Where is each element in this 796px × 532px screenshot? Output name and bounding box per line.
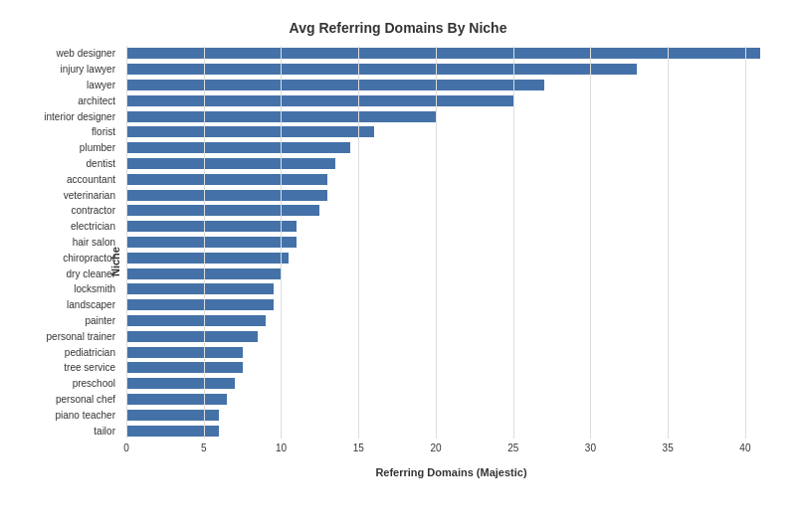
- chart-inner: web designerinjury lawyerlawyerarchitect…: [126, 46, 776, 478]
- bar: [126, 126, 374, 137]
- bar-label: chiropractor: [27, 253, 121, 264]
- bar: [126, 142, 350, 153]
- bar-track: [126, 297, 776, 313]
- bar-row: preschool: [126, 376, 776, 392]
- bar-label: veterinarian: [27, 190, 121, 201]
- bar-track: [126, 376, 776, 392]
- x-axis: 0510152025303540: [126, 443, 776, 462]
- bar: [126, 426, 219, 437]
- bar-row: landscaper: [126, 297, 776, 313]
- bar-row: interior designer: [126, 108, 776, 124]
- bar-label: interior designer: [27, 111, 121, 122]
- bar-label: piano teacher: [27, 410, 121, 421]
- bar: [126, 95, 513, 106]
- bar-track: [126, 78, 776, 93]
- bar: [126, 347, 243, 358]
- x-tick: 25: [507, 443, 518, 453]
- bar: [126, 205, 319, 216]
- bar-row: locksmith: [126, 281, 776, 297]
- bar-track: [126, 124, 776, 140]
- bar: [126, 237, 297, 248]
- bar-label: contractor: [27, 205, 121, 216]
- bar-label: lawyer: [27, 80, 121, 90]
- bar: [126, 253, 289, 264]
- bar-label: architect: [27, 95, 121, 106]
- bar-label: web designer: [27, 48, 121, 59]
- bar-track: [126, 407, 776, 423]
- bar-track: [126, 344, 776, 360]
- bar-row: hair salon: [126, 235, 776, 251]
- bar: [126, 48, 760, 59]
- bar-label: personal trainer: [27, 331, 121, 342]
- x-tick: 35: [663, 443, 674, 453]
- bar-track: [126, 46, 776, 62]
- x-axis-label: Referring Domains (Majestic): [126, 466, 776, 478]
- bar-track: [126, 313, 776, 329]
- bar-row: electrician: [126, 219, 776, 235]
- bar-label: landscaper: [27, 299, 121, 310]
- bar: [126, 362, 243, 373]
- bar-track: [126, 108, 776, 124]
- bar-row: veterinarian: [126, 187, 776, 203]
- bar-track: [126, 266, 776, 281]
- bar-row: lawyer: [126, 78, 776, 93]
- bar-row: web designer: [126, 46, 776, 62]
- bar-row: florist: [126, 124, 776, 140]
- chart-title: Avg Referring Domains By Niche: [20, 20, 776, 36]
- bar-track: [126, 187, 776, 203]
- bar-row: dry cleaner: [126, 266, 776, 281]
- bar-row: personal chef: [126, 392, 776, 408]
- bar: [126, 410, 219, 421]
- bar: [126, 174, 327, 185]
- bar-row: plumber: [126, 140, 776, 156]
- bar-row: pediatrician: [126, 344, 776, 360]
- x-tick: 40: [739, 443, 750, 453]
- bar: [126, 221, 297, 232]
- bar-label: plumber: [27, 142, 121, 153]
- bar-row: architect: [126, 92, 776, 108]
- bar-track: [126, 423, 776, 439]
- bar-track: [126, 281, 776, 297]
- bar-label: locksmith: [27, 283, 121, 294]
- bar-row: accountant: [126, 171, 776, 187]
- bar: [126, 158, 335, 169]
- x-tick: 20: [430, 443, 441, 453]
- bar: [126, 315, 266, 326]
- bar-label: dry cleaner: [27, 268, 121, 279]
- x-tick: 10: [276, 443, 287, 453]
- bar-label: personal chef: [27, 394, 121, 405]
- bar: [126, 190, 327, 201]
- bar: [126, 111, 436, 122]
- bar: [126, 378, 235, 389]
- bar-track: [126, 250, 776, 266]
- x-tick: 0: [123, 443, 129, 453]
- bar-row: tree service: [126, 360, 776, 376]
- bar: [126, 64, 637, 75]
- bar-label: hair salon: [27, 237, 121, 248]
- bar-row: painter: [126, 313, 776, 329]
- bar: [126, 299, 274, 310]
- bar-track: [126, 360, 776, 376]
- bar-track: [126, 219, 776, 235]
- bar-track: [126, 171, 776, 187]
- bar-track: [126, 92, 776, 108]
- bar-label: painter: [27, 315, 121, 326]
- bar-label: pediatrician: [27, 347, 121, 358]
- bar-label: florist: [27, 126, 121, 137]
- bar: [126, 268, 281, 279]
- chart-area: Niche web designerinjury lawyerlawyerarc…: [109, 46, 776, 478]
- x-tick: 5: [201, 443, 207, 453]
- bar: [126, 80, 544, 90]
- bar-track: [126, 62, 776, 78]
- x-tick: 15: [353, 443, 364, 453]
- bar-row: dentist: [126, 156, 776, 172]
- bar-row: injury lawyer: [126, 62, 776, 78]
- bar-track: [126, 140, 776, 156]
- bars-area: web designerinjury lawyerlawyerarchitect…: [126, 46, 776, 439]
- bar-track: [126, 328, 776, 344]
- chart-container: Avg Referring Domains By Niche Niche web…: [0, 0, 796, 532]
- bar-label: tree service: [27, 362, 121, 373]
- bar-label: injury lawyer: [27, 64, 121, 75]
- bar-row: personal trainer: [126, 328, 776, 344]
- bar-track: [126, 156, 776, 172]
